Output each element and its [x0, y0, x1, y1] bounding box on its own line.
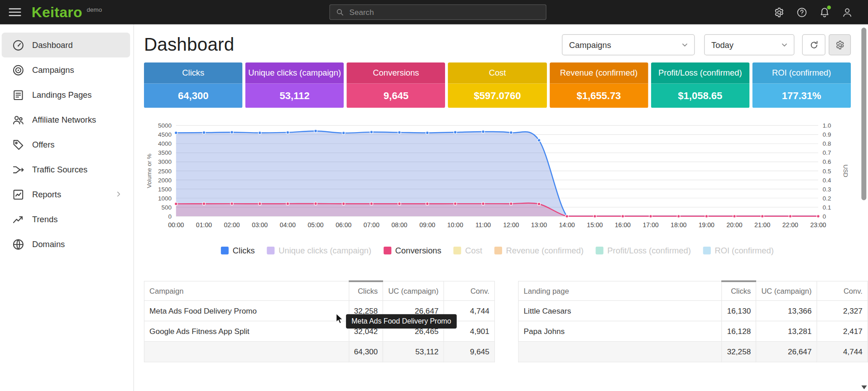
row-name-cell[interactable]: Meta Ads Food Delivery Promo: [144, 300, 349, 321]
column-header-uc-campaign[interactable]: UC (campaign): [756, 281, 817, 300]
offers-tag-icon: [12, 138, 25, 151]
legend-swatch: [454, 246, 461, 254]
legend-item-clicks[interactable]: Clicks: [221, 246, 255, 255]
scroll-down-arrow-icon[interactable]: [861, 386, 867, 390]
menu-icon[interactable]: [9, 8, 21, 16]
total-cell: 53,112: [383, 342, 444, 362]
legend-swatch: [384, 246, 391, 254]
legend-item-unique-clicks-campaign[interactable]: Unique clicks (campaign): [267, 246, 372, 255]
metric-value: 177.31%: [752, 84, 851, 108]
metric-card-roi-confirmed[interactable]: ROI (confirmed)177.31%: [752, 62, 851, 108]
page-header: Dashboard Campaigns Today: [134, 24, 868, 55]
row-name-cell[interactable]: Little Caesars: [518, 300, 722, 321]
metric-card-clicks[interactable]: Clicks64,300: [144, 62, 243, 108]
svg-text:3500: 3500: [158, 149, 172, 156]
svg-text:06:00: 06:00: [336, 221, 351, 229]
svg-text:21:00: 21:00: [754, 221, 770, 229]
tooltip: Meta Ads Food Delivery Promo: [346, 314, 456, 329]
sidebar-item-campaigns[interactable]: Campaigns: [2, 57, 130, 82]
column-header-conv[interactable]: Conv.: [444, 281, 494, 300]
metric-card-revenue-confirmed[interactable]: Revenue (confirmed)$1,655.73: [550, 62, 648, 108]
landings-pages-icon: [12, 88, 25, 101]
row-name-cell[interactable]: Google Ads Fitness App Split: [144, 321, 349, 341]
legend-item-cost[interactable]: Cost: [454, 246, 482, 255]
dashboard-settings-button[interactable]: [829, 34, 851, 55]
vertical-scrollbar[interactable]: [861, 24, 868, 391]
campaigns-table-box: CampaignClicksUC (campaign)Conv.Meta Ads…: [144, 281, 495, 362]
sidebar-item-label: Domains: [32, 239, 65, 249]
scrollbar-thumb[interactable]: [861, 28, 866, 200]
svg-text:Volume or %: Volume or %: [146, 153, 153, 188]
metric-label: Unique clicks (campaign): [245, 62, 344, 83]
sidebar-item-trends[interactable]: Trends: [2, 207, 130, 232]
search-input[interactable]: [349, 8, 546, 17]
sidebar-item-landings-pages[interactable]: Landings Pages: [2, 82, 130, 107]
logo-text: Keitaro: [32, 5, 82, 20]
legend-label: Conversions: [395, 246, 441, 255]
dashboard-gauge-icon: [12, 38, 25, 52]
legend-item-roi-confirmed[interactable]: ROI (confirmed): [703, 246, 774, 255]
column-header-campaign[interactable]: Campaign: [144, 281, 349, 300]
sidebar-item-reports[interactable]: Reports: [2, 182, 130, 207]
svg-text:13:00: 13:00: [531, 221, 547, 229]
svg-text:1500: 1500: [158, 186, 172, 193]
column-header-clicks[interactable]: Clicks: [722, 281, 756, 300]
search-box[interactable]: [329, 5, 546, 20]
svg-text:5000: 5000: [158, 122, 172, 129]
summary-tables: CampaignClicksUC (campaign)Conv.Meta Ads…: [144, 281, 868, 362]
logo[interactable]: Keitaro demo: [32, 5, 102, 20]
svg-text:07:00: 07:00: [364, 221, 379, 229]
landing-pages-table: Landing pageClicksUC (campaign)Conv.Litt…: [518, 281, 868, 362]
svg-text:0.4: 0.4: [823, 177, 831, 184]
metric-label: Clicks: [144, 62, 243, 83]
notifications-bell-icon[interactable]: [819, 6, 830, 18]
total-cell: [518, 342, 722, 362]
legend-swatch: [596, 246, 604, 254]
row-value-cell: 13,366: [756, 300, 817, 321]
settings-gear-icon[interactable]: [773, 6, 785, 18]
account-icon[interactable]: [841, 6, 853, 18]
column-header-clicks[interactable]: Clicks: [349, 281, 383, 300]
svg-text:02:00: 02:00: [224, 221, 240, 229]
table-row[interactable]: Papa Johns16,12813,2812,417: [518, 321, 868, 341]
sidebar-item-offers[interactable]: Offers: [2, 132, 130, 157]
legend-swatch: [494, 246, 502, 254]
metric-card-unique-clicks-campaign[interactable]: Unique clicks (campaign)53,112: [245, 62, 344, 108]
svg-text:0.2: 0.2: [823, 195, 831, 202]
column-header-landing-page[interactable]: Landing page: [518, 281, 722, 300]
date-range-select[interactable]: Today: [704, 34, 794, 55]
sidebar-item-traffic-sources[interactable]: Traffic Sources: [2, 157, 130, 182]
column-header-conv[interactable]: Conv.: [817, 281, 868, 300]
legend-item-profit-loss-confirmed[interactable]: Profit/Loss (confirmed): [596, 246, 691, 255]
legend-item-conversions[interactable]: Conversions: [384, 246, 441, 255]
help-icon[interactable]: [796, 6, 808, 18]
legend-swatch: [703, 246, 711, 254]
topbar: Keitaro demo: [0, 0, 868, 24]
metric-card-cost[interactable]: Cost$597.0760: [448, 62, 547, 108]
svg-text:0.6: 0.6: [823, 158, 831, 165]
svg-text:10:00: 10:00: [447, 221, 463, 229]
metric-value: 64,300: [144, 84, 243, 108]
svg-text:4000: 4000: [158, 140, 172, 147]
svg-text:12:00: 12:00: [503, 221, 519, 229]
metric-card-profit-loss-confirmed[interactable]: Profit/Loss (confirmed)$1,058.65: [651, 62, 749, 108]
row-name-cell[interactable]: Papa Johns: [518, 321, 722, 341]
svg-text:4500: 4500: [158, 131, 172, 138]
metric-label: ROI (confirmed): [752, 62, 851, 83]
date-range-select-value: Today: [711, 40, 734, 50]
sidebar-item-domains[interactable]: Domains: [2, 232, 130, 257]
table-row[interactable]: Little Caesars16,13013,3662,327: [518, 300, 868, 321]
refresh-button[interactable]: [802, 34, 825, 55]
refresh-icon: [809, 39, 819, 50]
svg-text:05:00: 05:00: [308, 221, 324, 229]
sidebar-item-dashboard[interactable]: Dashboard: [2, 33, 130, 57]
sidebar-item-affiliate-networks[interactable]: Affiliate Networks: [2, 107, 130, 132]
env-badge: demo: [87, 6, 102, 13]
legend-label: Cost: [465, 246, 482, 255]
column-header-uc-campaign[interactable]: UC (campaign): [383, 281, 444, 300]
affiliate-networks-icon: [12, 113, 25, 126]
grouping-select[interactable]: Campaigns: [562, 34, 695, 55]
metric-card-conversions[interactable]: Conversions9,645: [347, 62, 446, 108]
chart-legend: ClicksUnique clicks (campaign)Conversion…: [144, 246, 851, 255]
legend-item-revenue-confirmed[interactable]: Revenue (confirmed): [494, 246, 584, 255]
